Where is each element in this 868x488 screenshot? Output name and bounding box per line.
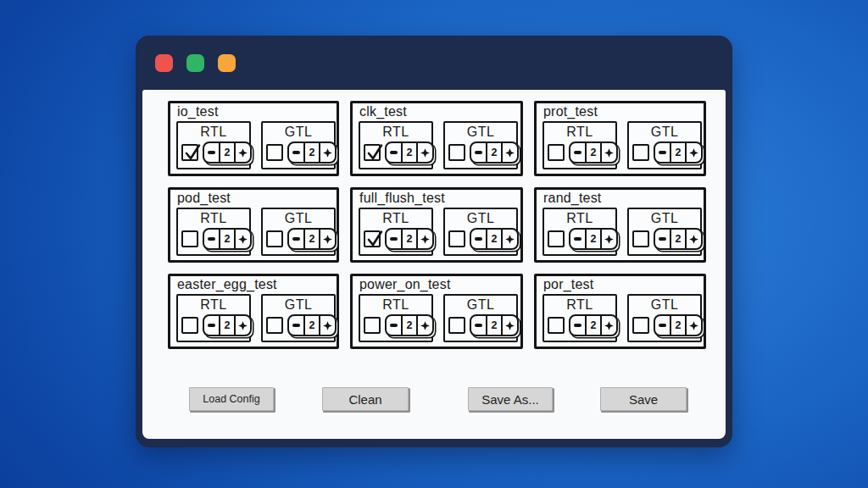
count-value[interactable]: 2 (585, 143, 602, 162)
minus-icon (208, 151, 215, 153)
increment-button[interactable] (236, 316, 250, 335)
enable-checkbox[interactable] (632, 230, 649, 247)
group-controls: 2 (544, 140, 615, 164)
test-panel-title: easter_egg_test (170, 276, 337, 292)
count-value[interactable]: 2 (585, 316, 602, 335)
enable-checkbox[interactable] (548, 144, 565, 161)
decrement-button[interactable] (570, 230, 585, 248)
group-label: RTL (360, 297, 431, 313)
group-label: RTL (178, 297, 249, 313)
enable-checkbox[interactable] (448, 317, 465, 334)
count-value[interactable]: 2 (219, 230, 236, 248)
test-panel: clk_test RTL 2 GT (350, 101, 523, 176)
increment-button[interactable] (687, 316, 701, 335)
decrement-button[interactable] (471, 316, 486, 335)
plus-star-icon (688, 320, 699, 331)
count-value[interactable]: 2 (670, 230, 687, 248)
count-value[interactable]: 2 (401, 316, 418, 335)
enable-checkbox[interactable] (632, 144, 649, 161)
count-value[interactable]: 2 (670, 143, 687, 162)
test-panel-groups: RTL 2 GTL (537, 206, 704, 256)
group-label: RTL (544, 124, 615, 140)
increment-button[interactable] (418, 230, 432, 248)
increment-button[interactable] (418, 316, 432, 335)
decrement-button[interactable] (471, 230, 486, 248)
decrement-button[interactable] (387, 316, 401, 335)
increment-button[interactable] (687, 143, 701, 162)
increment-button[interactable] (418, 143, 432, 162)
increment-button[interactable] (602, 316, 616, 335)
group-controls: 2 (544, 313, 615, 336)
decrement-button[interactable] (655, 143, 670, 162)
clean-button[interactable]: Clean (322, 387, 409, 411)
increment-button[interactable] (320, 316, 335, 335)
count-value[interactable]: 2 (486, 230, 503, 248)
enable-checkbox[interactable] (266, 230, 283, 247)
enable-checkbox[interactable] (266, 144, 283, 161)
decrement-button[interactable] (289, 230, 303, 248)
count-value[interactable]: 2 (585, 230, 602, 248)
count-value[interactable]: 2 (486, 316, 503, 335)
enable-checkbox[interactable] (632, 317, 649, 334)
decrement-button[interactable] (204, 143, 219, 162)
group-label: GTL (263, 297, 334, 313)
enable-checkbox[interactable] (181, 144, 198, 161)
count-value[interactable]: 2 (670, 316, 687, 335)
enable-checkbox[interactable] (266, 317, 283, 334)
enable-checkbox[interactable] (364, 144, 381, 161)
count-value[interactable]: 2 (303, 143, 320, 162)
plus-star-icon (504, 234, 515, 245)
decrement-button[interactable] (570, 143, 585, 162)
decrement-button[interactable] (570, 316, 585, 335)
count-value[interactable]: 2 (219, 143, 236, 162)
decrement-button[interactable] (655, 316, 670, 335)
increment-button[interactable] (503, 316, 517, 335)
enable-checkbox[interactable] (364, 317, 381, 334)
group-label: GTL (445, 210, 516, 226)
increment-button[interactable] (503, 230, 517, 248)
plus-star-icon (604, 147, 615, 158)
enable-checkbox[interactable] (364, 230, 381, 247)
enable-checkbox[interactable] (181, 317, 198, 334)
increment-button[interactable] (320, 230, 335, 248)
increment-button[interactable] (503, 143, 517, 162)
increment-button[interactable] (320, 143, 335, 162)
save-as-button[interactable]: Save As... (468, 387, 553, 411)
decrement-button[interactable] (655, 230, 670, 248)
decrement-button[interactable] (289, 316, 303, 335)
group-controls: 2 (178, 140, 249, 164)
load-config-button[interactable]: Load Config (189, 387, 274, 411)
increment-button[interactable] (602, 143, 616, 162)
enable-checkbox[interactable] (448, 230, 465, 247)
desktop-background: { "window": { "traffic_lights": [ { "nam… (0, 0, 868, 488)
count-value[interactable]: 2 (219, 316, 236, 335)
decrement-button[interactable] (387, 230, 401, 248)
group-label: RTL (544, 297, 615, 313)
check-icon (183, 143, 202, 162)
minus-icon (390, 237, 398, 240)
decrement-button[interactable] (289, 143, 303, 162)
enable-checkbox[interactable] (448, 144, 465, 161)
decrement-button[interactable] (204, 316, 219, 335)
count-value[interactable]: 2 (303, 316, 320, 335)
enable-checkbox[interactable] (181, 230, 198, 247)
enable-checkbox[interactable] (548, 230, 565, 247)
zoom-button[interactable] (218, 54, 236, 72)
decrement-button[interactable] (471, 143, 486, 162)
increment-button[interactable] (236, 143, 250, 162)
plus-star-icon (322, 147, 333, 158)
count-spinner: 2 (203, 141, 252, 164)
increment-button[interactable] (602, 230, 616, 248)
count-value[interactable]: 2 (401, 230, 418, 248)
save-button[interactable]: Save (600, 387, 687, 411)
count-value[interactable]: 2 (401, 143, 418, 162)
count-value[interactable]: 2 (303, 230, 320, 248)
enable-checkbox[interactable] (548, 317, 565, 334)
increment-button[interactable] (687, 230, 701, 248)
increment-button[interactable] (236, 230, 250, 248)
decrement-button[interactable] (204, 230, 219, 248)
close-button[interactable] (155, 54, 173, 72)
minimize-button[interactable] (186, 54, 204, 72)
count-value[interactable]: 2 (486, 143, 503, 162)
decrement-button[interactable] (387, 143, 401, 162)
